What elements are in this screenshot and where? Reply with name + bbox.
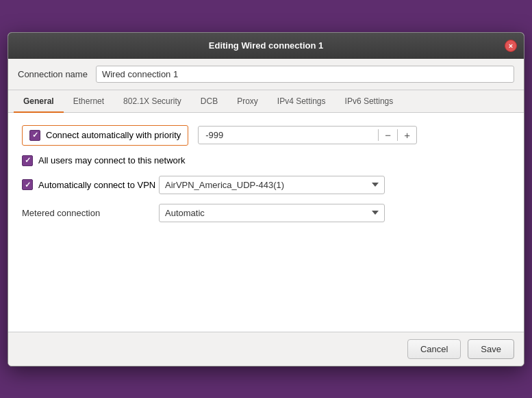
- dialog: Editing Wired connection 1 × Connection …: [8, 32, 524, 367]
- connect-auto-row: Connect automatically with priority − +: [22, 125, 510, 146]
- save-button[interactable]: Save: [468, 339, 514, 359]
- all-users-row: All users may connect to this network: [22, 155, 510, 166]
- all-users-checkbox-label[interactable]: All users may connect to this network: [22, 155, 186, 166]
- priority-input[interactable]: [199, 127, 378, 144]
- tabs: General Ethernet 802.1X Security DCB Pro…: [8, 90, 524, 113]
- titlebar: Editing Wired connection 1 ×: [8, 33, 524, 59]
- vpn-dropdown[interactable]: AirVPN_America_UDP-443(1): [159, 176, 385, 194]
- connect-auto-checkbox-group[interactable]: Connect automatically with priority: [22, 125, 188, 146]
- close-button[interactable]: ×: [505, 40, 517, 52]
- dialog-title: Editing Wired connection 1: [209, 40, 323, 51]
- priority-input-group: − +: [198, 126, 417, 144]
- connect-auto-checkbox[interactable]: [29, 130, 40, 141]
- connection-name-label: Connection name: [18, 69, 88, 79]
- connection-name-input[interactable]: [96, 66, 514, 83]
- all-users-checkbox[interactable]: [22, 155, 33, 166]
- metered-label: Metered connection: [22, 208, 159, 218]
- tab-8021x-security[interactable]: 802.1X Security: [114, 91, 191, 113]
- tab-dcb[interactable]: DCB: [191, 91, 227, 113]
- general-content: Connect automatically with priority − + …: [8, 113, 524, 332]
- auto-vpn-checkbox[interactable]: [22, 179, 33, 190]
- auto-vpn-checkbox-label[interactable]: Automatically connect to VPN: [22, 179, 159, 190]
- tab-ethernet[interactable]: Ethernet: [64, 91, 114, 113]
- cancel-button[interactable]: Cancel: [407, 339, 461, 359]
- connect-auto-label: Connect automatically with priority: [46, 130, 181, 140]
- priority-minus-button[interactable]: −: [378, 129, 397, 141]
- auto-vpn-label: Automatically connect to VPN: [38, 180, 155, 190]
- metered-dropdown[interactable]: Automatic Yes No: [159, 204, 385, 222]
- priority-plus-button[interactable]: +: [397, 129, 416, 141]
- connection-name-row: Connection name: [8, 59, 524, 90]
- tab-general[interactable]: General: [14, 91, 64, 113]
- auto-vpn-row: Automatically connect to VPN AirVPN_Amer…: [22, 176, 510, 194]
- tab-ipv4-settings[interactable]: IPv4 Settings: [268, 91, 335, 113]
- all-users-label: All users may connect to this network: [38, 155, 186, 165]
- bottom-bar: Cancel Save: [8, 332, 524, 366]
- tab-proxy[interactable]: Proxy: [227, 91, 268, 113]
- metered-row: Metered connection Automatic Yes No: [22, 204, 510, 222]
- tab-ipv6-settings[interactable]: IPv6 Settings: [335, 91, 403, 113]
